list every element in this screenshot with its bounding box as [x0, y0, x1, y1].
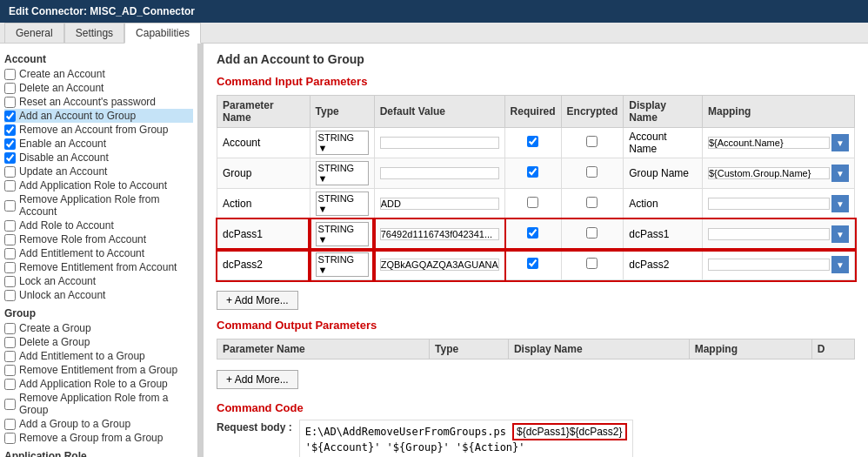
left-panel-item[interactable]: Unlock an Account — [4, 288, 193, 302]
item-checkbox[interactable] — [4, 124, 16, 136]
item-checkbox[interactable] — [4, 97, 16, 108]
param-type[interactable]: STRING ▼ — [310, 158, 374, 189]
left-panel-item[interactable]: Remove Role from Account — [4, 232, 193, 246]
left-panel-item[interactable]: Add an Account to Group — [4, 109, 193, 123]
mapping-input[interactable] — [708, 259, 830, 271]
left-panel-item[interactable]: Remove an Account from Group — [4, 123, 193, 137]
left-panel-item[interactable]: Remove Application Role from a Group — [4, 391, 193, 417]
param-encrypted[interactable] — [561, 189, 624, 219]
type-select[interactable]: STRING ▼ — [316, 192, 369, 216]
param-mapping[interactable]: ▼ — [702, 128, 854, 158]
item-checkbox[interactable] — [4, 220, 16, 232]
item-checkbox[interactable] — [4, 152, 16, 164]
encrypted-checkbox[interactable] — [586, 136, 598, 147]
param-encrypted[interactable] — [561, 250, 624, 280]
param-type[interactable]: STRING ▼ — [310, 189, 374, 219]
param-default[interactable] — [374, 189, 504, 219]
left-panel-item[interactable]: Create an Account — [4, 67, 193, 81]
left-panel-item[interactable]: Lock an Account — [4, 274, 193, 288]
param-mapping[interactable]: ▼ — [702, 250, 854, 280]
item-checkbox[interactable] — [4, 262, 16, 273]
param-default[interactable] — [374, 158, 504, 189]
param-encrypted[interactable] — [561, 158, 624, 189]
param-required[interactable] — [504, 219, 561, 250]
mapping-input[interactable] — [708, 167, 830, 179]
type-select[interactable]: STRING ▼ — [316, 161, 369, 185]
item-checkbox[interactable] — [4, 419, 16, 430]
item-checkbox[interactable] — [4, 180, 16, 192]
param-type[interactable]: STRING ▼ — [310, 250, 374, 280]
param-mapping[interactable]: ▼ — [702, 158, 854, 189]
left-panel-item[interactable]: Remove a Group from a Group — [4, 431, 193, 445]
left-panel-item[interactable]: Delete a Group — [4, 335, 193, 349]
left-panel-item[interactable]: Remove Entitlement from a Group — [4, 363, 193, 377]
left-panel-item[interactable]: Add Application Role to Account — [4, 178, 193, 192]
tab-capabilities[interactable]: Capabilities — [124, 23, 201, 44]
left-panel-item[interactable]: Remove Application Role from Account — [4, 192, 193, 218]
left-panel-item[interactable]: Add Application Role to a Group — [4, 377, 193, 391]
item-checkbox[interactable] — [4, 111, 16, 122]
required-checkbox[interactable] — [527, 166, 538, 178]
tab-general[interactable]: General — [4, 23, 64, 43]
tab-settings[interactable]: Settings — [64, 23, 124, 43]
mapping-dropdown-button[interactable]: ▼ — [831, 134, 849, 151]
required-checkbox[interactable] — [527, 197, 538, 208]
item-checkbox[interactable] — [4, 337, 16, 348]
left-panel-item[interactable]: Delete an Account — [4, 81, 193, 95]
item-checkbox[interactable] — [4, 433, 16, 444]
param-required[interactable] — [504, 250, 561, 280]
param-type[interactable]: STRING ▼ — [310, 219, 374, 250]
param-encrypted[interactable] — [561, 219, 624, 250]
left-panel-item[interactable]: Reset an Account's password — [4, 95, 193, 109]
item-checkbox[interactable] — [4, 276, 16, 287]
param-type[interactable]: STRING ▼ — [310, 128, 374, 158]
param-default[interactable] — [374, 219, 504, 250]
param-required[interactable] — [504, 189, 561, 219]
item-checkbox[interactable] — [4, 234, 16, 245]
required-checkbox[interactable] — [527, 227, 538, 239]
default-value-input[interactable] — [380, 167, 499, 179]
default-value-input[interactable] — [380, 259, 499, 271]
mapping-dropdown-button[interactable]: ▼ — [831, 225, 849, 243]
left-panel-item[interactable]: Remove Entitlement from Account — [4, 260, 193, 274]
item-checkbox[interactable] — [4, 351, 16, 362]
mapping-input[interactable] — [708, 137, 830, 149]
type-select[interactable]: STRING ▼ — [316, 131, 369, 155]
item-checkbox[interactable] — [4, 138, 16, 150]
mapping-dropdown-button[interactable]: ▼ — [831, 165, 849, 182]
default-value-input[interactable] — [380, 228, 499, 240]
left-panel-item[interactable]: Disable an Account — [4, 151, 193, 165]
param-required[interactable] — [504, 128, 561, 158]
encrypted-checkbox[interactable] — [586, 197, 598, 208]
item-checkbox[interactable] — [4, 323, 16, 334]
add-more-output-button[interactable]: + Add More... — [217, 370, 298, 389]
mapping-dropdown-button[interactable]: ▼ — [831, 195, 849, 212]
default-value-input[interactable] — [380, 137, 499, 149]
item-checkbox[interactable] — [4, 399, 16, 410]
item-checkbox[interactable] — [4, 200, 16, 212]
mapping-input[interactable] — [708, 198, 830, 210]
encrypted-checkbox[interactable] — [586, 227, 598, 239]
required-checkbox[interactable] — [527, 136, 538, 147]
item-checkbox[interactable] — [4, 83, 16, 94]
item-checkbox[interactable] — [4, 379, 16, 390]
item-checkbox[interactable] — [4, 69, 16, 80]
param-mapping[interactable]: ▼ — [702, 189, 854, 219]
param-encrypted[interactable] — [561, 128, 624, 158]
left-panel-item[interactable]: Create a Group — [4, 321, 193, 335]
type-select[interactable]: STRING ▼ — [316, 222, 369, 246]
left-panel-item[interactable]: Add Role to Account — [4, 218, 193, 232]
item-checkbox[interactable] — [4, 290, 16, 301]
encrypted-checkbox[interactable] — [586, 166, 598, 178]
mapping-input[interactable] — [708, 228, 830, 240]
left-panel-item[interactable]: Update an Account — [4, 165, 193, 178]
required-checkbox[interactable] — [527, 258, 538, 269]
left-panel-item[interactable]: Add Entitlement to Account — [4, 246, 193, 260]
left-panel-item[interactable]: Enable an Account — [4, 137, 193, 151]
left-panel-item[interactable]: Add a Group to a Group — [4, 417, 193, 431]
param-required[interactable] — [504, 158, 561, 189]
left-panel-item[interactable]: Add Entitlement to a Group — [4, 349, 193, 363]
param-default[interactable] — [374, 128, 504, 158]
mapping-dropdown-button[interactable]: ▼ — [831, 256, 849, 273]
param-mapping[interactable]: ▼ — [702, 219, 854, 250]
